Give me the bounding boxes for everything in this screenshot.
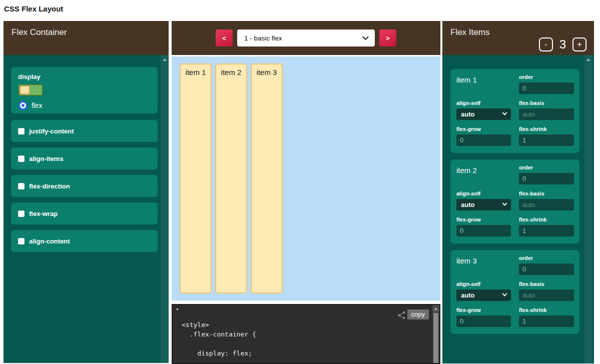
flex-items-panel-header: Flex Items - 3 + bbox=[442, 21, 594, 55]
flex-grow-field: flex-grow bbox=[456, 307, 511, 327]
left-panel-scrollbar[interactable] bbox=[161, 55, 169, 363]
flex-shrink-label: flex-shrink bbox=[519, 126, 574, 132]
flex-radio[interactable] bbox=[22, 104, 25, 107]
flex-basis-input[interactable] bbox=[519, 199, 574, 210]
flex-basis-input[interactable] bbox=[519, 290, 574, 301]
align-self-label: align-self bbox=[456, 100, 511, 106]
order-label: order bbox=[519, 255, 574, 261]
scroll-up-icon[interactable] bbox=[586, 58, 590, 61]
item-count: 3 bbox=[559, 38, 566, 52]
example-select[interactable]: 1 - basic flex bbox=[237, 30, 375, 46]
flex-basis-field: flex-basis bbox=[519, 281, 574, 301]
example-select-value: 1 - basic flex bbox=[244, 34, 282, 42]
chevron-down-icon bbox=[502, 292, 507, 296]
flex-grow-input[interactable] bbox=[456, 316, 511, 327]
property-checkbox[interactable] bbox=[18, 183, 25, 190]
property-label: justify-content bbox=[29, 128, 74, 135]
display-card: display flex bbox=[11, 67, 158, 114]
example-nav-header: < 1 - basic flex > bbox=[172, 21, 440, 55]
toggle-knob bbox=[20, 86, 30, 94]
flex-shrink-field: flex-shrink bbox=[519, 126, 574, 146]
flex-container-panel-header: Flex Container bbox=[4, 21, 169, 55]
copy-button[interactable]: copy bbox=[407, 310, 429, 320]
code-scroll-thumb[interactable] bbox=[433, 313, 438, 363]
scroll-up-icon[interactable] bbox=[432, 305, 439, 312]
flex-shrink-label: flex-shrink bbox=[519, 216, 574, 222]
chevron-down-icon bbox=[502, 110, 507, 116]
code-scrollbar[interactable] bbox=[432, 305, 439, 363]
align-self-select[interactable]: auto bbox=[456, 199, 511, 210]
flex-grow-label: flex-grow bbox=[456, 307, 511, 313]
flex-container-panel: Flex Container display flex justify-cont… bbox=[4, 21, 169, 363]
order-label: order bbox=[519, 164, 574, 170]
flex-demo-container: item 1 item 2 item 3 bbox=[172, 56, 440, 300]
flex-shrink-label: flex-shrink bbox=[519, 307, 574, 313]
display-label: display bbox=[18, 73, 151, 80]
flex-grow-field: flex-grow bbox=[456, 216, 511, 236]
flex-items-panel-title: Flex Items bbox=[450, 28, 489, 37]
property-checkbox[interactable] bbox=[18, 128, 25, 134]
flex-grow-input[interactable] bbox=[456, 134, 511, 146]
order-label: order bbox=[519, 74, 574, 80]
align-self-value: auto bbox=[461, 110, 474, 118]
property-label: align-content bbox=[29, 238, 70, 245]
flex-basis-label: flex-basis bbox=[519, 100, 574, 106]
property-card: align-items bbox=[11, 148, 158, 170]
property-card: flex-wrap bbox=[11, 202, 158, 224]
align-self-field: align-self auto bbox=[456, 190, 511, 210]
align-self-value: auto bbox=[461, 292, 474, 299]
order-field: order bbox=[519, 164, 574, 184]
property-checkbox[interactable] bbox=[18, 156, 25, 162]
order-field: order bbox=[519, 74, 574, 94]
share-icon[interactable] bbox=[397, 310, 406, 322]
align-self-select[interactable]: auto bbox=[456, 108, 511, 120]
demo-flex-item: item 2 bbox=[215, 64, 247, 294]
flex-item-card: item 2 order align-self auto flex-basis bbox=[450, 160, 579, 244]
next-example-button[interactable]: > bbox=[379, 30, 396, 46]
order-input[interactable] bbox=[519, 82, 574, 94]
flex-shrink-input[interactable] bbox=[519, 225, 574, 236]
flex-item-card: item 3 order align-self auto flex-basis bbox=[450, 250, 579, 334]
flex-grow-label: flex-grow bbox=[456, 216, 511, 222]
align-self-select[interactable]: auto bbox=[456, 290, 511, 301]
code-panel: <style> .flex-container { display: flex;… bbox=[172, 304, 440, 364]
property-card: justify-content bbox=[11, 120, 158, 142]
flex-basis-field: flex-basis bbox=[519, 190, 574, 210]
property-label: flex-direction bbox=[29, 182, 70, 190]
flex-basis-input[interactable] bbox=[519, 108, 574, 120]
property-label: flex-wrap bbox=[29, 210, 58, 218]
code-text: <style> .flex-container { display: flex; bbox=[182, 320, 256, 358]
property-card: align-content bbox=[11, 230, 158, 252]
align-self-label: align-self bbox=[456, 281, 511, 287]
flex-grow-field: flex-grow bbox=[456, 126, 511, 146]
page-title: CSS Flex Layout bbox=[4, 4, 63, 13]
right-panel-scrollbar[interactable] bbox=[584, 55, 592, 364]
decrease-items-button[interactable]: - bbox=[539, 38, 553, 52]
align-self-label: align-self bbox=[456, 190, 511, 196]
flex-container-panel-title: Flex Container bbox=[12, 28, 67, 37]
scroll-up-icon[interactable] bbox=[163, 58, 167, 61]
property-label: align-items bbox=[29, 155, 64, 162]
flex-basis-field: flex-basis bbox=[519, 100, 574, 120]
property-checkbox[interactable] bbox=[18, 238, 25, 244]
increase-items-button[interactable]: + bbox=[572, 38, 586, 52]
flex-shrink-field: flex-shrink bbox=[519, 307, 574, 327]
code-caret-dot bbox=[177, 308, 178, 310]
flex-shrink-field: flex-shrink bbox=[519, 216, 574, 236]
order-input[interactable] bbox=[519, 173, 574, 184]
flex-shrink-input[interactable] bbox=[519, 134, 574, 146]
property-checkbox[interactable] bbox=[18, 210, 25, 217]
demo-flex-item: item 1 bbox=[180, 64, 212, 294]
order-input[interactable] bbox=[519, 264, 574, 275]
align-self-field: align-self auto bbox=[456, 281, 511, 301]
chevron-down-icon bbox=[502, 201, 507, 206]
item-name: item 1 bbox=[456, 74, 511, 94]
display-toggle[interactable] bbox=[18, 84, 43, 96]
prev-example-button[interactable]: < bbox=[216, 30, 233, 46]
item-name: item 3 bbox=[456, 255, 511, 275]
order-field: order bbox=[519, 255, 574, 275]
item-name: item 2 bbox=[456, 164, 511, 184]
flex-shrink-input[interactable] bbox=[519, 316, 574, 327]
flex-grow-label: flex-grow bbox=[456, 126, 511, 132]
flex-grow-input[interactable] bbox=[456, 225, 511, 236]
